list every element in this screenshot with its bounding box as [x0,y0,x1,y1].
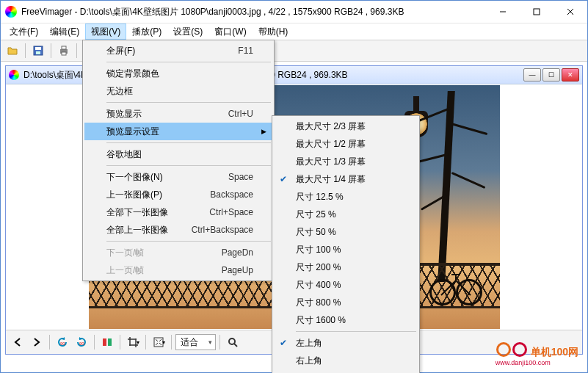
submenu-item-label: 尺寸 100 % [296,244,341,256]
separator [171,335,172,350]
submenu-item[interactable]: 最大尺寸 1/2 屏幕 [274,135,418,153]
submenu-item-label: 尺寸 800 % [296,297,341,309]
menu-edit[interactable]: 编辑(E) [44,23,85,40]
submenu-item[interactable]: 左下角 [274,369,418,373]
svg-line-16 [234,344,237,347]
next-image-button[interactable] [28,334,46,350]
submenu-item[interactable]: 右上角 [274,352,418,369]
menu-prev-page[interactable]: 上一页/帧PageUp [84,261,272,279]
svg-rect-12 [103,338,106,346]
open-button[interactable] [4,43,21,59]
rotate-cw-button[interactable]: 90 [73,334,90,350]
svg-point-15 [229,338,235,344]
document-close-button[interactable]: ✕ [562,68,579,82]
submenu-item-label: 尺寸 400 % [296,279,341,291]
maximize-button[interactable] [520,1,553,23]
menu-next-image[interactable]: 下一个图像(N)Space [84,168,272,186]
separator [94,335,95,350]
menu-help[interactable]: 帮助(H) [253,23,294,40]
menu-separator [106,241,271,242]
separator [219,335,220,350]
main-window: FreeVimager - D:\tools\桌面\4K壁纸图片 1080P\d… [0,0,588,373]
submenu-item[interactable]: 尺寸 25 % [274,206,418,223]
submenu-item[interactable]: ✔最大尺寸 1/4 屏幕 [274,170,418,188]
submenu-item-label: 最大尺寸 1/3 屏幕 [296,156,366,168]
submenu-item-label: 尺寸 12.5 % [296,191,344,203]
red-blue-toggle-button[interactable] [98,334,116,350]
menu-fullscreen[interactable]: 全屏(F)F11 [84,42,272,59]
menu-all-next-image[interactable]: 全部下一张图像Ctrl+Space [84,203,272,221]
separator [51,43,51,58]
submenu-item-label: 右上角 [296,355,322,367]
svg-rect-1 [534,9,540,15]
check-icon: ✔ [280,174,287,184]
document-icon [9,70,19,80]
submenu-item[interactable]: 尺寸 50 % [274,223,418,241]
menu-settings[interactable]: 设置(S) [167,23,208,40]
submenu-item[interactable]: 最大尺寸 1/3 屏幕 [274,153,418,170]
svg-rect-5 [35,47,41,50]
submenu-item-label: 尺寸 200 % [296,261,341,274]
document-window-controls: — ☐ ✕ [523,68,579,82]
submenu-item[interactable]: 尺寸 800 % [274,294,418,311]
print-button[interactable] [55,43,73,59]
close-button[interactable] [553,1,587,23]
document-maximize-button[interactable]: ☐ [542,68,560,82]
check-icon: ✔ [280,338,287,348]
submenu-item[interactable]: 最大尺寸 2/3 屏幕 [274,117,418,135]
save-button[interactable] [29,43,47,59]
menu-separator [106,165,271,166]
prev-image-button[interactable] [9,334,26,350]
submenu-item[interactable]: ✔左上角 [274,334,418,352]
document-minimize-button[interactable]: — [523,68,541,82]
menu-window[interactable]: 窗口(W) [208,23,252,40]
fit-button[interactable]: ▾ [150,334,167,350]
submenu-item-label: 最大尺寸 2/3 屏幕 [296,120,366,133]
app-icon [5,6,17,18]
menu-preview-settings[interactable]: 预览显示设置▶ [84,123,272,140]
submenu-item[interactable]: 尺寸 12.5 % [274,188,418,206]
rotate-ccw-button[interactable]: 90 [54,334,71,350]
submenu-item-label: 最大尺寸 1/4 屏幕 [296,173,366,186]
submenu-item-label: 左上角 [296,337,322,350]
image-element [410,91,491,282]
menubar: 文件(F) 编辑(E) 视图(V) 播放(P) 设置(S) 窗口(W) 帮助(H… [1,23,587,40]
submenu-arrow-icon: ▶ [261,128,266,135]
submenu-item[interactable]: 尺寸 200 % [274,258,418,276]
window-controls [486,1,587,23]
submenu-item[interactable]: 尺寸 100 % [274,241,418,258]
menu-preview-show[interactable]: 预览显示Ctrl+U [84,105,272,123]
zoom-tool-button[interactable] [224,334,242,350]
window-title: FreeVimager - D:\tools\桌面\4K壁纸图片 1080P\d… [21,6,486,18]
separator [25,43,26,58]
menu-next-page[interactable]: 下一页/帧PageDn [84,244,272,261]
submenu-item[interactable]: 尺寸 1600 % [274,311,418,329]
menu-view[interactable]: 视图(V) [85,23,126,40]
submenu-item[interactable]: 尺寸 400 % [274,276,418,294]
separator [120,335,120,350]
menu-separator [106,142,271,143]
separator [76,43,77,58]
svg-text:90: 90 [79,341,84,346]
menu-separator [106,62,271,62]
svg-rect-6 [36,51,40,54]
zoom-combo[interactable]: 适合 [175,334,216,350]
image-element [429,272,482,305]
crop-button[interactable]: ▾ [124,334,142,350]
submenu-item-label: 尺寸 50 % [296,226,336,239]
separator [145,335,146,350]
menu-all-prev-image[interactable]: 全部上一张图像Ctrl+Backspace [84,221,272,239]
submenu-item-label: 尺寸 25 % [296,209,336,221]
menu-lock-bg-color[interactable]: 锁定背景颜色 [84,65,272,82]
zoom-combo-value: 适合 [181,336,198,349]
menu-file[interactable]: 文件(F) [4,23,44,40]
menu-prev-image[interactable]: 上一张图像(P)Backspace [84,186,272,203]
svg-rect-9 [62,52,66,55]
view-menu: 全屏(F)F11 锁定背景颜色 无边框 预览显示Ctrl+U 预览显示设置▶ 谷… [82,40,275,281]
menu-google-maps[interactable]: 谷歌地图 [84,145,272,163]
minimize-button[interactable] [486,1,520,23]
menu-no-border[interactable]: 无边框 [84,82,272,100]
menu-separator [106,102,271,103]
preview-settings-submenu: 最大尺寸 2/3 屏幕最大尺寸 1/2 屏幕最大尺寸 1/3 屏幕✔最大尺寸 1… [272,115,420,373]
menu-play[interactable]: 播放(P) [126,23,167,40]
